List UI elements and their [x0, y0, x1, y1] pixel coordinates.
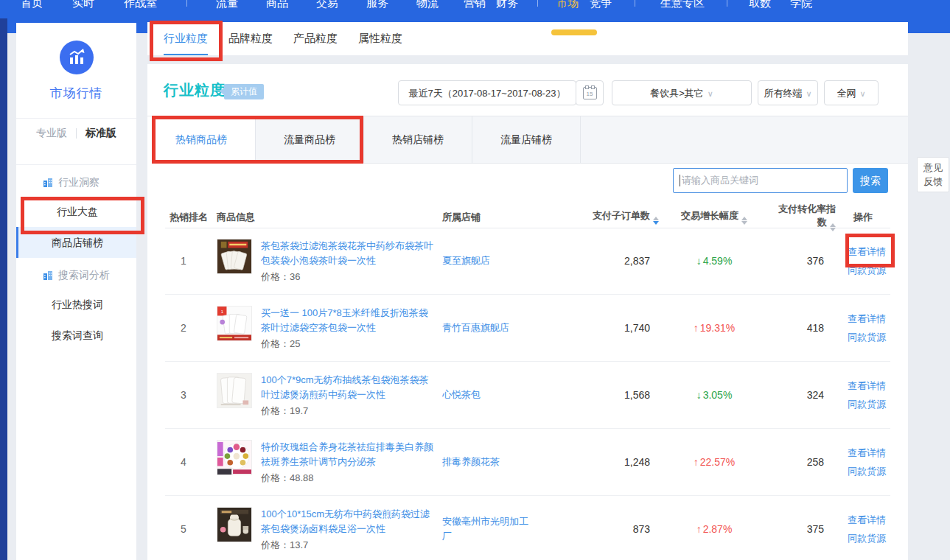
shop-link[interactable]: 心悦茶包: [442, 388, 548, 402]
shop-link[interactable]: 安徽亳州市光明加工厂: [442, 514, 548, 544]
tab-product-granularity[interactable]: 产品粒度: [293, 22, 338, 55]
sidebar-section-industry-insight: 行业洞察: [16, 165, 136, 196]
tab-brand-granularity[interactable]: 品牌粒度: [228, 22, 273, 55]
conversion-index-cell: 375: [769, 523, 836, 535]
subtab-hot-shops[interactable]: 热销店铺榜: [364, 116, 472, 164]
nav-item-data[interactable]: 取数: [749, 0, 771, 12]
table-row: 5 100个10*15cm无纺布中药袋煎药袋过滤茶包袋煲汤卤料袋足浴一次性 价格…: [165, 496, 890, 560]
network-dropdown-value: 全网: [837, 88, 856, 99]
trend-down-arrow-icon: ↓: [696, 389, 702, 401]
orders-cell: 873: [548, 523, 659, 535]
view-detail-link[interactable]: 查看详情: [848, 444, 890, 462]
feedback-button[interactable]: 意见反馈: [917, 157, 949, 192]
product-title-link[interactable]: 特价玫瑰组合养身花茶祛痘排毒美白养颜祛斑养生茶叶调节内分泌茶: [261, 440, 436, 469]
keyword-search-input[interactable]: 请输入商品关键词: [673, 168, 848, 193]
growth-value: 19.31%: [700, 322, 735, 334]
sidebar-item-hot-search-words[interactable]: 行业热搜词: [16, 289, 136, 320]
view-detail-link[interactable]: 查看详情: [848, 511, 890, 529]
version-tab-standard[interactable]: 标准版: [77, 127, 125, 140]
nav-item-logistics[interactable]: 物流: [416, 0, 439, 12]
page-title: 行业粒度: [164, 80, 226, 100]
col-header-label: 交易增长幅度: [681, 210, 738, 221]
chevron-down-icon: ∨: [859, 89, 865, 98]
rank-cell: 3: [165, 389, 217, 401]
subtab-filler: [581, 116, 908, 164]
category-dropdown-value: 餐饮具>其它: [650, 88, 704, 99]
rank-subtabs: 热销商品榜 流量商品榜 热销店铺榜 流量店铺榜: [147, 116, 908, 164]
product-title-link[interactable]: 茶包茶袋过滤泡茶袋花茶中药纱布袋茶叶包装袋小泡袋茶叶袋一次性: [261, 239, 436, 268]
nav-item-academy[interactable]: 学院: [790, 0, 812, 12]
nav-item-traffic[interactable]: 流量: [216, 0, 238, 12]
shop-link[interactable]: 排毒养颜花茶: [442, 455, 548, 469]
date-range-picker[interactable]: 最近7天（2017-08-17~2017-08-23）: [398, 80, 576, 105]
product-price: 价格：48.88: [261, 472, 436, 485]
same-supply-link[interactable]: 同款货源: [848, 261, 890, 279]
rank-cell: 2: [165, 322, 217, 334]
growth-cell: ↑22.57%: [659, 456, 769, 468]
nav-item-goods[interactable]: 商品: [266, 0, 288, 12]
product-image[interactable]: [217, 239, 252, 274]
growth-value: 3.05%: [703, 389, 733, 401]
subtab-hot-items[interactable]: 热销商品榜: [147, 116, 256, 164]
calendar-button[interactable]: 15: [576, 80, 604, 105]
feedback-label-line2: 反馈: [923, 175, 943, 189]
calendar-icon: 15: [583, 87, 597, 99]
view-detail-link[interactable]: 查看详情: [848, 377, 890, 395]
feedback-label-line1: 意见: [923, 161, 943, 175]
nav-item-biz-zone[interactable]: 生意专区: [660, 0, 705, 12]
col-header-shop: 所属店铺: [442, 211, 548, 224]
search-button[interactable]: 搜索: [853, 168, 888, 193]
table-row: 1 茶包茶袋过滤泡茶袋花茶中药纱布袋茶叶包装袋小泡袋茶叶袋一次性: [165, 228, 890, 295]
nav-item-market[interactable]: 市场: [556, 0, 579, 12]
product-title-link[interactable]: 买一送一 100片7*8玉米纤维反折泡茶袋茶叶过滤袋空茶包袋一次性: [261, 306, 436, 335]
sidebar-item-industry-overview[interactable]: 行业大盘: [16, 196, 136, 227]
sidebar-item-goods-shop-rank[interactable]: 商品店铺榜: [16, 227, 136, 258]
view-detail-link[interactable]: 查看详情: [848, 242, 890, 261]
same-supply-link[interactable]: 同款货源: [848, 328, 890, 346]
nav-item-finance[interactable]: 财务: [496, 0, 518, 12]
product-image[interactable]: [217, 507, 252, 542]
col-header-rank: 热销排名: [165, 211, 217, 224]
rank-cell: 4: [165, 456, 217, 468]
product-title-link[interactable]: 100个7*9cm无纺布抽线茶包袋泡茶袋茶叶过滤煲汤煎药中药袋一次性: [261, 373, 436, 402]
nav-item-trade[interactable]: 交易: [316, 0, 338, 12]
subtab-traffic-items[interactable]: 流量商品榜: [256, 116, 364, 164]
terminal-dropdown[interactable]: 所有终端∨: [758, 80, 818, 105]
table-row: 3 100个7*9cm无纺布抽线茶包袋泡茶袋茶叶过滤煲汤煎药中药袋一次性 价格：…: [165, 362, 890, 429]
nav-separator: [635, 0, 635, 7]
cumulative-value-badge: 累计值: [224, 84, 264, 99]
conversion-index-cell: 376: [769, 255, 836, 267]
nav-item-warroom[interactable]: 作战室: [124, 0, 157, 12]
svg-text:1: 1: [221, 309, 223, 313]
building-icon: [43, 270, 53, 281]
shop-link[interactable]: 青竹百惠旗舰店: [442, 321, 548, 335]
product-image[interactable]: [217, 440, 252, 475]
col-header-growth-sortable[interactable]: 交易增长幅度: [659, 209, 769, 225]
tab-industry-granularity[interactable]: 行业粒度: [164, 22, 208, 55]
sidebar-item-search-word-query[interactable]: 搜索词查询: [16, 320, 136, 351]
version-tab-pro[interactable]: 专业版: [27, 127, 76, 140]
same-supply-link[interactable]: 同款货源: [848, 529, 890, 547]
nav-item-marketing[interactable]: 营销: [464, 0, 486, 12]
orders-cell: 1,248: [548, 456, 659, 468]
nav-item-home[interactable]: 首页: [21, 0, 43, 12]
product-image[interactable]: [217, 373, 252, 408]
view-detail-link[interactable]: 查看详情: [848, 309, 890, 328]
same-supply-link[interactable]: 同款货源: [848, 395, 890, 413]
product-image[interactable]: 1: [217, 306, 252, 341]
same-supply-link[interactable]: 同款货源: [848, 462, 890, 480]
sidebar-section-label: 搜索词分析: [58, 269, 110, 282]
category-dropdown[interactable]: 餐饮具>其它∨: [612, 80, 752, 105]
network-dropdown[interactable]: 全网∨: [824, 80, 879, 105]
product-title-link[interactable]: 100个10*15cm无纺布中药袋煎药袋过滤茶包袋煲汤卤料袋足浴一次性: [261, 507, 436, 536]
col-header-orders-sortable[interactable]: 支付子订单数: [548, 209, 659, 225]
tab-attribute-granularity[interactable]: 属性粒度: [358, 22, 402, 55]
shop-link[interactable]: 夏至旗舰店: [442, 253, 548, 268]
sort-arrows-icon: [653, 217, 659, 225]
nav-item-realtime[interactable]: 实时: [72, 0, 94, 12]
subtab-traffic-shops[interactable]: 流量店铺榜: [472, 116, 581, 164]
nav-item-compete[interactable]: 竞争: [590, 0, 612, 12]
growth-cell: ↑19.31%: [659, 322, 769, 334]
sort-arrows-icon: [741, 217, 747, 225]
nav-item-service[interactable]: 服务: [366, 0, 388, 12]
